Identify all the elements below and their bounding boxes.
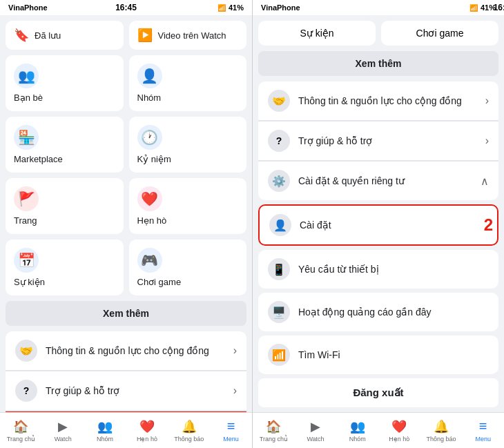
help-icon-right: ?	[268, 130, 290, 152]
watch-icon: ▶	[58, 419, 68, 434]
hen-ho-item[interactable]: ❤️ Hẹn hò	[129, 178, 247, 234]
right-content-area: Sự kiện Chơi game Xem thêm 🤝 Thông tin &…	[253, 15, 504, 412]
chevron-icon-r1: ›	[485, 95, 489, 107]
right-bottom-nav: 🏠 Trang chủ ▶ Watch 👥 Nhóm ❤️ Hẹn hò 🔔 T…	[253, 412, 504, 448]
tro-giup-item[interactable]: ? Trợ giúp & hỗ trợ ›	[6, 371, 246, 411]
tro-giup-right[interactable]: ? Trợ giúp & hỗ trợ ›	[258, 121, 498, 161]
nav-nhom-label-r: Nhóm	[349, 436, 366, 442]
trang-label: Trang	[14, 215, 37, 226]
nav-menu-right[interactable]: ≡ Menu	[462, 416, 504, 445]
nav-menu-label-left: Menu	[223, 436, 239, 442]
home-icon: 🏠	[13, 419, 28, 434]
hoat-dong-sub-item[interactable]: 🖥️ Hoạt động quảng cáo gần đây	[258, 293, 498, 331]
tim-wifi-label: Tìm Wi-Fi	[298, 349, 340, 360]
nav-menu-left[interactable]: ≡ Menu	[210, 416, 252, 445]
marketplace-label: Marketplace	[14, 154, 63, 164]
su-kien-item[interactable]: 📅 Sự kiện	[6, 240, 124, 295]
left-status-bar: VinaPhone 16:45 📶 41%	[0, 0, 252, 15]
top-buttons: Sự kiện Chơi game	[258, 21, 498, 46]
left-bottom-nav: 🏠 Trang chủ ▶ Watch 👥 Nhóm ❤️ Hẹn hò 🔔 T…	[0, 412, 252, 448]
caidat-wrapper: ⚙️ Cài đặt & quyền riêng tư ⌄ 1	[6, 411, 246, 412]
yeu-cau-sub-item[interactable]: 📱 Yêu cầu từ thiết bị	[258, 250, 498, 289]
marketplace-item[interactable]: 🏪 Marketplace	[6, 117, 124, 173]
video-watch-label: Video trên Watch	[158, 30, 226, 41]
video-icon: ▶️	[137, 28, 153, 43]
xem-them-button[interactable]: Xem thêm	[6, 301, 246, 326]
nav-watch-right[interactable]: ▶ Watch	[295, 416, 337, 445]
group-icon: 👤	[137, 64, 162, 88]
device-icon: 📱	[268, 258, 290, 280]
chevron-icon-r2: ›	[485, 135, 489, 147]
bookmark-icon: 🔖	[14, 28, 29, 43]
left-phone-panel: VinaPhone 16:45 📶 41% 🔖 Đã lưu ▶️ Video …	[0, 0, 252, 448]
chevron-up-icon: ∧	[481, 175, 489, 188]
gaming-icon: 🎮	[137, 248, 162, 273]
su-kien-button[interactable]: Sự kiện	[258, 21, 376, 46]
su-kien-label: Sự kiện	[14, 277, 45, 287]
chevron-down-icon: ›	[233, 344, 237, 357]
yeu-cau-label: Yêu cầu từ thiết bị	[298, 264, 379, 275]
caidat-quyen-right[interactable]: ⚙️ Cài đặt & quyền riêng tư ∧	[258, 162, 498, 200]
nav-nhom-right[interactable]: 👥 Nhóm	[336, 416, 378, 445]
left-content-area: 🔖 Đã lưu ▶️ Video trên Watch 👥 Bạn bè 👤 …	[0, 15, 252, 412]
gear-icon-right: ⚙️	[268, 170, 290, 192]
ban-be-label: Bạn bè	[14, 92, 43, 103]
nav-watch-label-r: Watch	[307, 436, 324, 442]
ad-icon: 🖥️	[268, 301, 290, 323]
marketplace-icon: 🏪	[14, 125, 39, 150]
nav-trang-chu-label-r: Trang chủ	[260, 436, 288, 442]
step-2-number: 2	[484, 215, 493, 235]
nav-nhom-left[interactable]: 👥 Nhóm	[84, 416, 126, 445]
hoat-dong-label: Hoạt động quảng cáo gần đây	[298, 306, 431, 318]
page-icon: 🚩	[14, 186, 39, 211]
xem-them-button-right[interactable]: Xem thêm	[258, 51, 498, 76]
nav-trang-chu-right[interactable]: 🏠 Trang chủ	[253, 416, 295, 445]
nhom-item[interactable]: 👤 Nhóm	[129, 55, 247, 111]
nav-henho-left[interactable]: ❤️ Hẹn hò	[126, 416, 168, 445]
caidat-sub-wrapper: 👤 Cài đặt 2	[258, 204, 498, 246]
heart-nav-icon-r: ❤️	[391, 419, 407, 434]
nav-henho-right[interactable]: ❤️ Hẹn hò	[378, 416, 420, 445]
choi-game-button[interactable]: Chơi game	[381, 21, 498, 46]
nav-trang-chu-left[interactable]: 🏠 Trang chủ	[0, 416, 42, 445]
thong-tin-right-label: Thông tin & nguồn lực cho cộng đồng	[298, 95, 485, 106]
tim-wifi-sub-item[interactable]: 📶 Tìm Wi-Fi	[258, 335, 498, 374]
menu-section-left: 🤝 Thông tin & nguồn lực cho cộng đồng › …	[6, 331, 246, 412]
video-watch-item[interactable]: ▶️ Video trên Watch	[129, 21, 247, 50]
left-battery: 📶 41%	[217, 3, 244, 12]
nav-henho-label-r: Hẹn hò	[389, 436, 409, 442]
account-icon: 👤	[269, 214, 291, 236]
ky-niem-label: Kỷ niệm	[137, 154, 171, 164]
ban-be-item[interactable]: 👥 Bạn bè	[6, 55, 124, 111]
nav-trang-chu-label: Trang chủ	[7, 436, 35, 442]
grid-section: 👥 Bạn bè 👤 Nhóm 🏪 Marketplace 🕐 Kỷ niệm …	[6, 55, 246, 295]
choi-game-item[interactable]: 🎮 Chơi game	[129, 240, 247, 295]
nhom-label: Nhóm	[137, 92, 162, 103]
nav-nhom-label: Nhóm	[97, 436, 113, 442]
top-row: 🔖 Đã lưu ▶️ Video trên Watch	[6, 21, 246, 50]
thong-tin-right[interactable]: 🤝 Thông tin & nguồn lực cho cộng đồng ›	[258, 81, 498, 121]
da-luu-item[interactable]: 🔖 Đã lưu	[6, 21, 124, 50]
memory-icon: 🕐	[137, 125, 162, 150]
nav-thongbao-left[interactable]: 🔔 Thông báo	[168, 416, 210, 445]
da-luu-label: Đã lưu	[35, 30, 61, 41]
thong-tin-item[interactable]: 🤝 Thông tin & nguồn lực cho cộng đồng ›	[6, 331, 246, 371]
menu-section-right: 🤝 Thông tin & nguồn lực cho cộng đồng › …	[258, 81, 498, 200]
ky-niem-item[interactable]: 🕐 Kỷ niệm	[129, 117, 247, 173]
menu-icon: ≡	[227, 418, 235, 434]
menu-icon-r: ≡	[479, 418, 487, 434]
left-carrier: VinaPhone	[8, 3, 48, 12]
nav-thongbao-right[interactable]: 🔔 Thông báo	[420, 416, 463, 445]
bell-icon: 🔔	[182, 419, 197, 434]
nav-watch-left[interactable]: ▶ Watch	[42, 416, 84, 445]
nav-thongbao-label: Thông báo	[174, 436, 204, 442]
trang-item[interactable]: 🚩 Trang	[6, 178, 124, 234]
caidat-quyen-item[interactable]: ⚙️ Cài đặt & quyền riêng tư ⌄	[6, 411, 246, 412]
tro-giup-right-label: Trợ giúp & hỗ trợ	[298, 135, 485, 146]
dangxuat-button[interactable]: Đăng xuất	[258, 378, 498, 407]
watch-icon-r: ▶	[311, 419, 320, 434]
heart-nav-icon: ❤️	[139, 419, 155, 434]
caidat-sub-item[interactable]: 👤 Cài đặt	[258, 204, 498, 246]
caidat-sub-label: Cài đặt	[300, 220, 331, 231]
handshake-icon: 🤝	[15, 340, 37, 362]
